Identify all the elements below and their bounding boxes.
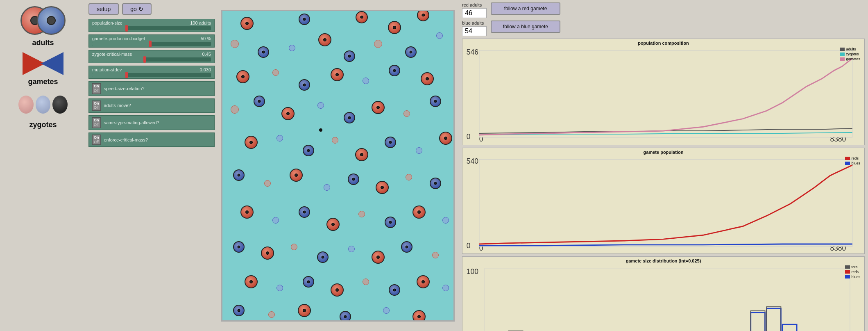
- particle-gamete-red: [268, 311, 275, 318]
- adult-blue-inner: [47, 16, 56, 25]
- svg-text:546: 546: [467, 48, 478, 56]
- particle-adult-blue: [258, 46, 269, 58]
- particle-adult-blue: [233, 241, 245, 253]
- toggle-label-3: enforce-critical-mass?: [104, 137, 148, 142]
- particle-gamete-blue: [289, 45, 295, 51]
- particle-adult-blue: [344, 50, 355, 62]
- particle-adult-red: [240, 17, 254, 30]
- svg-text:540: 540: [467, 157, 478, 165]
- particle-gamete-blue: [276, 285, 283, 291]
- slider-label-2: zygote-critical-mass: [92, 52, 132, 57]
- controls-panel: setup go ↻ population-size 100 adults ga…: [86, 0, 217, 331]
- slider-track-2[interactable]: [92, 57, 211, 62]
- particle-gamete-blue: [348, 246, 355, 252]
- toggle-label-2: same-type-mating-allowed?: [104, 120, 159, 125]
- particle-adult-red: [245, 136, 258, 149]
- gametes-label: gametes: [28, 78, 58, 86]
- slider-track-1[interactable]: [92, 42, 211, 46]
- particle-adult-red: [331, 68, 344, 81]
- zygotes-icon: [18, 90, 68, 119]
- toggle-switch-0[interactable]: On Off: [92, 83, 101, 94]
- toggle-switch-1[interactable]: On Off: [92, 100, 101, 111]
- particle-adult-red: [281, 107, 295, 120]
- gamete-size-dist-chart: gamete size distribution (int=0.025) 100…: [462, 256, 865, 331]
- enforce-critical-mass-toggle[interactable]: On Off enforce-critical-mass?: [88, 132, 215, 147]
- slider-track-3[interactable]: [92, 73, 211, 77]
- particle-gamete-red: [231, 40, 239, 48]
- slider-label-1: gamete-production-budget: [92, 36, 145, 41]
- red-adults-value: 46: [462, 8, 487, 18]
- particle-adult-blue: [299, 79, 310, 91]
- particle-adult-blue: [344, 112, 355, 123]
- particle-gamete-red: [272, 69, 279, 76]
- legend-zygotes-color: [840, 53, 845, 56]
- legend-reds-color: [845, 157, 850, 160]
- go-button[interactable]: go ↻: [122, 3, 152, 15]
- svg-text:100: 100: [467, 267, 478, 276]
- gamete-size-area: 100 0 -0.1 0.6: [465, 264, 862, 331]
- adults-move-toggle[interactable]: On Off adults-move?: [88, 98, 215, 113]
- stats-row: red adults 46 follow a red gamete: [462, 2, 865, 18]
- legend-reds-gs: reds: [845, 270, 860, 274]
- adults-icon: [20, 4, 66, 37]
- setup-button[interactable]: setup: [88, 3, 119, 15]
- particle-adult-blue: [405, 46, 417, 58]
- gamete-production-budget-slider[interactable]: gamete-production-budget 50 %: [88, 34, 215, 48]
- same-type-mating-toggle[interactable]: On Off same-type-mating-allowed?: [88, 115, 215, 130]
- particle-gamete-red: [358, 211, 365, 217]
- particle-adult-red: [245, 275, 258, 288]
- legend-blues-gs-color: [845, 275, 850, 278]
- particle-adult-blue: [340, 311, 351, 322]
- legend-total-color: [845, 265, 850, 269]
- svg-rect-9: [479, 159, 852, 246]
- particle-adult-red: [421, 72, 434, 85]
- slider-value-2: 0.45: [202, 52, 211, 57]
- particle-adult-red: [355, 148, 368, 161]
- legend-gametes: gametes: [840, 57, 860, 61]
- particle-adult-red: [290, 169, 303, 182]
- gamete-pop-title: gamete population: [465, 150, 862, 155]
- particle-gamete-red: [332, 137, 338, 144]
- particle-adult-blue: [299, 14, 310, 25]
- red-adults-stat: red adults 46: [462, 2, 487, 18]
- legend-blues-gp: blues: [845, 161, 860, 165]
- particle-adult-red: [417, 275, 430, 288]
- gamete-size-legend: total reds blues: [845, 265, 860, 279]
- particle-adult-red: [372, 101, 385, 114]
- world-canvas: [221, 10, 455, 322]
- slider-label-0: population-size: [92, 21, 122, 25]
- toggle-switch-3[interactable]: On Off: [92, 135, 101, 145]
- particle-gamete-blue: [442, 217, 449, 224]
- particle-adult-red: [412, 310, 426, 322]
- speed-size-relation-toggle[interactable]: On Off speed-size-relation?: [88, 81, 215, 96]
- mutation-stdev-slider[interactable]: mutation-stdev 0.030: [88, 66, 215, 79]
- particle-adult-blue: [233, 169, 245, 181]
- particle-adult-blue: [317, 251, 329, 263]
- blue-adults-value: 54: [462, 26, 487, 36]
- adults-legend-item: adults: [20, 4, 66, 47]
- particle-adult-red: [388, 21, 401, 34]
- population-size-slider[interactable]: population-size 100 adults: [88, 19, 215, 32]
- particle-adult-red: [356, 11, 368, 23]
- follow-blue-gamete-button[interactable]: follow a blue gamete: [491, 21, 560, 33]
- zygote-critical-mass-slider[interactable]: zygote-critical-mass 0.45: [88, 50, 215, 63]
- pop-comp-legend: adults zygotes gametes: [840, 47, 860, 61]
- particle-gamete-blue: [276, 135, 283, 142]
- particle-adult-red: [376, 181, 389, 194]
- gametes-icon: [20, 51, 66, 76]
- particle-gamete-red: [406, 174, 412, 180]
- gamete-pop-area: 540 0 0 8380 reds blues: [465, 155, 862, 252]
- legend-reds-gp: reds: [845, 156, 860, 160]
- toggle-switch-2[interactable]: On Off: [92, 117, 101, 128]
- right-panel: red adults 46 follow a red gamete blue a…: [459, 0, 868, 331]
- gamete-pop-legend: reds blues: [845, 156, 860, 165]
- follow-red-gamete-button[interactable]: follow a red gamete: [491, 2, 560, 15]
- go-label: go: [130, 6, 137, 12]
- particle-gamete-red: [363, 278, 369, 285]
- zygotes-legend-item: zygotes: [18, 90, 68, 129]
- particle-adult-blue: [430, 178, 441, 189]
- legend-reds-gs-color: [845, 270, 850, 274]
- slider-track-0[interactable]: [92, 26, 211, 30]
- particle-adult-blue: [389, 65, 400, 76]
- particle-gamete-red: [374, 40, 382, 48]
